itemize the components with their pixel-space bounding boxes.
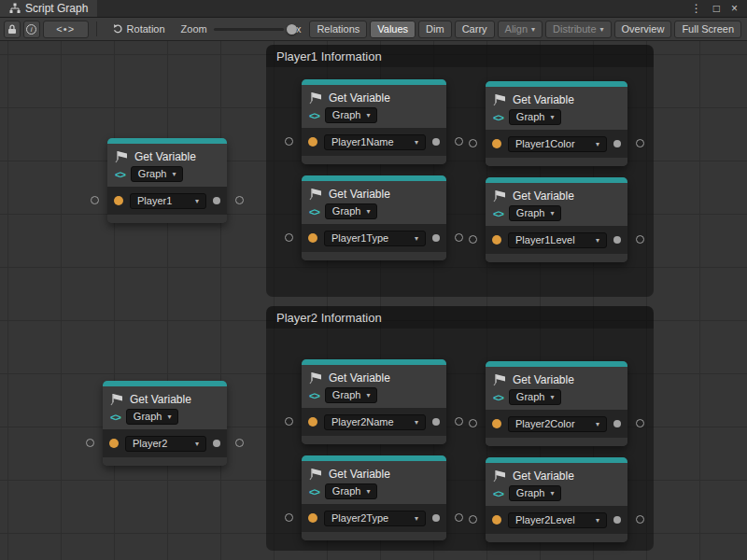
- right-port[interactable]: [455, 137, 463, 146]
- carry-toggle[interactable]: Carry: [455, 21, 495, 38]
- variable-dropdown[interactable]: Player2Level ▾: [508, 512, 607, 528]
- info-button[interactable]: i: [23, 21, 40, 38]
- right-port[interactable]: [455, 233, 463, 242]
- scope-dropdown[interactable]: Graph ▾: [126, 409, 179, 425]
- variable-dropdown-label: Player1: [137, 195, 172, 207]
- get-variable-node-player1level[interactable]: Get Variable <> Graph ▾ Player1Level ▾: [486, 177, 627, 262]
- scope-dropdown[interactable]: Graph ▾: [509, 205, 562, 221]
- left-port[interactable]: [469, 515, 477, 524]
- left-port[interactable]: [285, 513, 293, 522]
- left-port[interactable]: [86, 439, 94, 447]
- variable-dropdown[interactable]: Player2 ▾: [125, 436, 206, 452]
- variable-dropdown[interactable]: Player1Type ▾: [324, 231, 426, 246]
- right-port[interactable]: [636, 515, 644, 524]
- get-variable-node-player2[interactable]: Get Variable <> Graph ▾ Player2 ▾: [103, 381, 227, 466]
- relations-toggle[interactable]: Relations: [309, 21, 367, 38]
- variable-dropdown-label: Player1Type: [331, 232, 388, 245]
- variable-name-port[interactable]: [492, 139, 501, 148]
- variable-name-port[interactable]: [492, 419, 501, 428]
- node-title: Get Variable: [329, 188, 390, 201]
- maximize-icon[interactable]: □: [713, 3, 720, 14]
- dim-toggle[interactable]: Dim: [418, 21, 452, 38]
- scope-dropdown[interactable]: Graph ▾: [325, 203, 378, 219]
- variable-name-port[interactable]: [492, 235, 501, 245]
- variable-name-port[interactable]: [308, 417, 317, 427]
- get-variable-node-player2type[interactable]: Get Variable <> Graph ▾ Player2Type ▾: [302, 455, 446, 540]
- right-port[interactable]: [235, 439, 244, 447]
- left-port[interactable]: [469, 419, 477, 427]
- group-header[interactable]: Player2 Information: [266, 306, 654, 329]
- value-port-dot[interactable]: [432, 234, 440, 242]
- code-preview-button[interactable]: <•>: [43, 21, 89, 38]
- right-port[interactable]: [636, 235, 644, 244]
- get-variable-node-player1name[interactable]: Get Variable <> Graph ▾ Player1Name ▾: [302, 79, 446, 164]
- value-port-dot[interactable]: [613, 236, 621, 244]
- overview-button[interactable]: Overview: [614, 21, 672, 38]
- variable-dropdown[interactable]: Player1Color ▾: [508, 136, 607, 152]
- variable-dropdown[interactable]: Player2Type ▾: [324, 511, 426, 526]
- left-port[interactable]: [285, 417, 293, 426]
- right-port[interactable]: [636, 139, 644, 147]
- left-port[interactable]: [91, 196, 99, 204]
- get-variable-node-player2level[interactable]: Get Variable <> Graph ▾ Player2Level ▾: [486, 457, 627, 542]
- value-port-dot[interactable]: [432, 418, 440, 426]
- scope-dropdown[interactable]: Graph ▾: [509, 485, 562, 501]
- close-icon[interactable]: ×: [731, 3, 738, 14]
- variable-name-port[interactable]: [492, 515, 501, 525]
- value-port-dot[interactable]: [432, 514, 440, 522]
- value-port-dot[interactable]: [613, 140, 621, 147]
- left-port[interactable]: [469, 139, 477, 147]
- menu-icon[interactable]: ⋮: [691, 3, 702, 14]
- node-footer: [302, 252, 446, 260]
- scope-dropdown[interactable]: Graph ▾: [325, 107, 378, 123]
- scope-dropdown[interactable]: Graph ▾: [325, 483, 378, 499]
- scope-dropdown[interactable]: Graph ▾: [509, 109, 562, 125]
- tab-title: Script Graph: [25, 2, 88, 15]
- align-dropdown[interactable]: Align ▾: [498, 21, 543, 38]
- fullscreen-button[interactable]: Full Screen: [674, 21, 741, 38]
- tab-script-graph[interactable]: Script Graph: [0, 0, 97, 17]
- value-port-dot[interactable]: [213, 197, 220, 204]
- variable-dropdown[interactable]: Player2Name ▾: [324, 414, 426, 430]
- value-port-dot[interactable]: [613, 420, 621, 427]
- variable-dropdown[interactable]: Player1 ▾: [130, 193, 206, 209]
- node-title: Get Variable: [513, 469, 574, 483]
- graph-canvas[interactable]: Player1 Information Player2 Information …: [0, 41, 747, 560]
- get-variable-node-player1[interactable]: Get Variable <> Graph ▾ Player1 ▾: [107, 138, 227, 223]
- scope-dropdown[interactable]: Graph ▾: [325, 387, 378, 403]
- variable-dropdown[interactable]: Player1Level ▾: [508, 232, 607, 248]
- value-port-dot[interactable]: [213, 440, 220, 447]
- chevron-down-icon: ▾: [172, 168, 176, 180]
- distribute-dropdown[interactable]: Distribute ▾: [545, 21, 611, 38]
- get-variable-node-player2name[interactable]: Get Variable <> Graph ▾ Player2Name ▾: [302, 359, 446, 444]
- right-port[interactable]: [636, 419, 644, 427]
- scope-dropdown[interactable]: Graph ▾: [131, 166, 184, 182]
- group-header[interactable]: Player1 Information: [266, 45, 654, 67]
- scope-dropdown-label: Graph: [138, 168, 167, 180]
- get-variable-node-player2color[interactable]: Get Variable <> Graph ▾ Player2Color ▾: [486, 361, 627, 446]
- variable-name-port[interactable]: [308, 233, 317, 243]
- zoom-slider-knob[interactable]: [287, 24, 297, 35]
- value-port-dot[interactable]: [432, 138, 440, 146]
- lock-button[interactable]: [4, 21, 21, 38]
- left-port[interactable]: [285, 233, 293, 242]
- right-port[interactable]: [455, 513, 463, 522]
- code-icon: <•>: [56, 23, 75, 35]
- variable-name-port[interactable]: [109, 439, 119, 448]
- variable-dropdown[interactable]: Player1Name ▾: [324, 134, 426, 150]
- values-toggle[interactable]: Values: [370, 21, 416, 38]
- left-port[interactable]: [285, 137, 293, 146]
- left-port[interactable]: [469, 235, 477, 244]
- variable-name-port[interactable]: [308, 137, 317, 147]
- value-port-dot[interactable]: [613, 516, 621, 524]
- get-variable-node-player1type[interactable]: Get Variable <> Graph ▾ Player1Type ▾: [302, 175, 446, 260]
- right-port[interactable]: [235, 196, 244, 204]
- zoom-slider[interactable]: [214, 21, 284, 36]
- variable-dropdown[interactable]: Player2Color ▾: [508, 416, 607, 432]
- scope-dropdown[interactable]: Graph ▾: [509, 389, 562, 405]
- variable-name-port[interactable]: [308, 513, 317, 523]
- rotation-button[interactable]: Rotation: [105, 21, 173, 38]
- variable-name-port[interactable]: [114, 196, 123, 205]
- right-port[interactable]: [455, 417, 463, 426]
- get-variable-node-player1color[interactable]: Get Variable <> Graph ▾ Player1Color ▾: [486, 81, 627, 166]
